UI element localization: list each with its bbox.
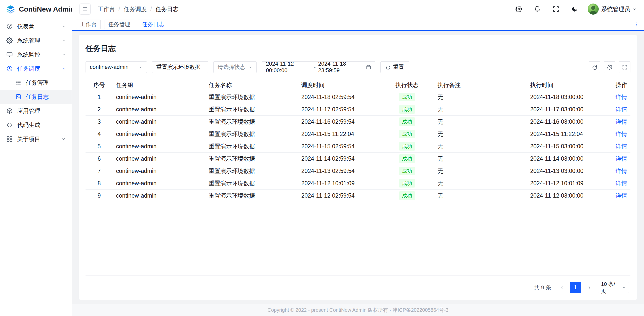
notification-bell-icon[interactable] [532, 4, 543, 15]
date-range-picker[interactable]: 2024-11-12 00:00:00 - 2024-11-18 23:59:5… [262, 61, 375, 73]
exec-time-cell: 2024-11-15 03:00:00 [530, 143, 583, 150]
row-index: 3 [98, 118, 101, 125]
column-settings-icon-button[interactable] [604, 61, 615, 73]
sidebar-item-about-project[interactable]: 关于项目 [0, 132, 72, 146]
filter-bar: continew-admin 重置演示环境数据 请选择状态 2024-11-12… [86, 61, 630, 73]
sidebar-item-system-management[interactable]: 系统管理 [0, 33, 72, 48]
status-badge: 成功 [399, 117, 415, 126]
detail-link[interactable]: 详情 [616, 118, 627, 125]
pagination-next-button[interactable] [584, 282, 595, 293]
remark-cell: 无 [437, 168, 443, 174]
status-badge: 成功 [399, 105, 415, 114]
tab-task-management[interactable]: 任务管理 [104, 20, 134, 29]
detail-link[interactable]: 详情 [616, 131, 627, 137]
detail-link[interactable]: 详情 [616, 192, 627, 199]
pagination-page-1[interactable]: 1 [570, 282, 581, 293]
dashboard-icon [6, 23, 13, 30]
job-name-cell: 重置演示环境数据 [209, 118, 255, 125]
detail-link[interactable]: 详情 [616, 168, 627, 174]
job-name-cell: 重置演示环境数据 [209, 192, 255, 199]
task-list-icon [15, 80, 21, 86]
remark-cell: 无 [437, 106, 443, 113]
app-logo[interactable]: ContiNew Admin [0, 0, 72, 18]
page-title: 任务日志 [86, 43, 630, 54]
tab-bar: 工作台 任务管理 任务日志 [72, 18, 644, 31]
dark-mode-moon-icon[interactable] [569, 4, 580, 15]
remark-cell: 无 [437, 131, 443, 137]
exec-time-cell: 2024-11-15 11:22:04 [530, 131, 583, 137]
status-badge: 成功 [399, 142, 415, 151]
schedule-time-cell: 2024-11-15 11:22:04 [301, 131, 354, 137]
settings-icon[interactable] [513, 4, 524, 15]
detail-link[interactable]: 详情 [616, 94, 627, 100]
schedule-time-cell: 2024-11-13 02:59:54 [301, 168, 355, 174]
breadcrumb-item[interactable]: 工作台 [98, 5, 115, 13]
table-row: 6 continew-admin 重置演示环境数据 2024-11-14 02:… [86, 153, 630, 165]
job-group-cell: continew-admin [116, 118, 156, 125]
header-actions: 系统管理员 [513, 4, 636, 15]
job-group-cell: continew-admin [116, 94, 156, 100]
sidebar-item-label: 系统管理 [17, 37, 57, 44]
logo-text: ContiNew Admin [19, 5, 75, 13]
job-group-cell: continew-admin [116, 106, 156, 113]
chevron-down-icon [62, 137, 66, 141]
detail-link[interactable]: 详情 [616, 106, 627, 113]
cube-icon [6, 108, 13, 114]
logo-icon [6, 5, 15, 14]
remark-cell: 无 [437, 118, 443, 125]
row-index: 1 [98, 94, 101, 100]
task-log-card: 任务日志 continew-admin 重置演示环境数据 请选择状态 [79, 35, 637, 300]
sidebar-item-task-log[interactable]: 任务日志 [0, 90, 72, 104]
chevron-down-icon [622, 286, 626, 289]
job-name-cell: 重置演示环境数据 [209, 155, 255, 162]
sidebar-item-dashboard[interactable]: 仪表盘 [0, 19, 72, 33]
chevron-down-icon [633, 7, 636, 11]
table-row: 1 continew-admin 重置演示环境数据 2024-11-18 02:… [86, 91, 630, 103]
status-select[interactable]: 请选择状态 [213, 61, 257, 73]
sidebar-item-task-management[interactable]: 任务管理 [0, 76, 72, 90]
breadcrumb-separator: / [150, 6, 152, 13]
status-select-placeholder: 请选择状态 [218, 63, 245, 71]
detail-link[interactable]: 详情 [616, 143, 627, 150]
pagination-prev-button[interactable] [556, 282, 567, 293]
sidebar-item-task-scheduler[interactable]: 任务调度 [0, 62, 72, 76]
job-group-cell: continew-admin [116, 192, 156, 199]
status-badge: 成功 [399, 93, 415, 101]
sidebar-item-app-management[interactable]: 应用管理 [0, 104, 72, 118]
table-row: 3 continew-admin 重置演示环境数据 2024-11-16 02:… [86, 116, 630, 128]
exec-time-cell: 2024-11-17 03:00:00 [530, 106, 583, 113]
schedule-time-cell: 2024-11-15 02:59:54 [301, 143, 355, 150]
sidebar-item-system-monitor[interactable]: 系统监控 [0, 48, 72, 62]
tab-task-log[interactable]: 任务日志 [138, 20, 168, 29]
job-name-cell: 重置演示环境数据 [209, 94, 255, 100]
page-size-select[interactable]: 10 条/页 [598, 282, 629, 293]
detail-link[interactable]: 详情 [616, 180, 627, 187]
sidebar: ContiNew Admin 仪表盘 系统管理 系统监控 [0, 0, 72, 316]
job-name-input-value: 重置演示环境数据 [156, 63, 200, 71]
reset-button[interactable]: 重置 [380, 61, 409, 73]
refresh-icon-button[interactable] [589, 61, 600, 73]
sidebar-item-label: 系统监控 [17, 51, 57, 59]
user-menu[interactable]: 系统管理员 [588, 4, 636, 15]
status-badge: 成功 [399, 167, 415, 175]
detail-link[interactable]: 详情 [616, 155, 627, 162]
table-row: 4 continew-admin 重置演示环境数据 2024-11-15 11:… [86, 128, 630, 140]
job-name-input[interactable]: 重置演示环境数据 [152, 61, 208, 73]
table-toolbar [589, 61, 630, 73]
column-header: 调度时间 [298, 79, 380, 91]
job-name-cell: 重置演示环境数据 [209, 180, 255, 187]
schedule-time-cell: 2024-11-12 02:59:54 [301, 192, 355, 199]
job-group-select[interactable]: continew-admin [86, 61, 147, 73]
fullscreen-icon[interactable] [550, 4, 561, 15]
remark-cell: 无 [437, 192, 443, 199]
sidebar-collapse-button[interactable] [79, 4, 91, 15]
clock-icon [6, 65, 13, 72]
tab-more-icon[interactable] [632, 20, 640, 29]
table-row: 5 continew-admin 重置演示环境数据 2024-11-15 02:… [86, 140, 630, 153]
column-header: 序号 [86, 79, 113, 91]
breadcrumb-item[interactable]: 任务调度 [124, 5, 147, 13]
expand-icon-button[interactable] [619, 61, 630, 73]
reset-button-label: 重置 [393, 63, 404, 71]
sidebar-item-code-generation[interactable]: 代码生成 [0, 118, 72, 132]
tab-workbench[interactable]: 工作台 [76, 20, 101, 29]
